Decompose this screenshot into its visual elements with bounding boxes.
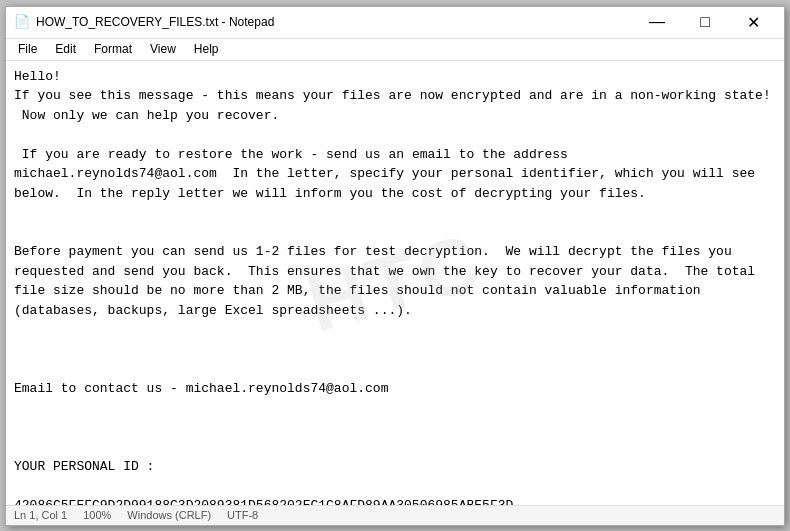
window-title: HOW_TO_RECOVERY_FILES.txt - Notepad bbox=[36, 15, 274, 29]
menu-view[interactable]: View bbox=[142, 40, 184, 58]
file-content: Hello! If you see this message - this me… bbox=[14, 67, 776, 505]
title-bar: 📄 HOW_TO_RECOVERY_FILES.txt - Notepad — … bbox=[6, 7, 784, 39]
status-zoom: 100% bbox=[83, 509, 111, 521]
menu-help[interactable]: Help bbox=[186, 40, 227, 58]
minimize-button[interactable]: — bbox=[634, 6, 680, 38]
status-encoding: Windows (CRLF) bbox=[127, 509, 211, 521]
app-icon: 📄 bbox=[14, 14, 30, 30]
menu-bar: File Edit Format View Help bbox=[6, 39, 784, 61]
maximize-button[interactable]: □ bbox=[682, 6, 728, 38]
menu-file[interactable]: File bbox=[10, 40, 45, 58]
menu-edit[interactable]: Edit bbox=[47, 40, 84, 58]
status-ln-col: Ln 1, Col 1 bbox=[14, 509, 67, 521]
close-button[interactable]: ✕ bbox=[730, 6, 776, 38]
text-editor-area[interactable]: HTC Hello! If you see this message - thi… bbox=[6, 61, 784, 505]
title-bar-left: 📄 HOW_TO_RECOVERY_FILES.txt - Notepad bbox=[14, 14, 634, 30]
status-charset: UTF-8 bbox=[227, 509, 258, 521]
menu-format[interactable]: Format bbox=[86, 40, 140, 58]
status-bar: Ln 1, Col 1 100% Windows (CRLF) UTF-8 bbox=[6, 505, 784, 525]
window-controls: — □ ✕ bbox=[634, 6, 776, 38]
notepad-window: 📄 HOW_TO_RECOVERY_FILES.txt - Notepad — … bbox=[5, 6, 785, 526]
